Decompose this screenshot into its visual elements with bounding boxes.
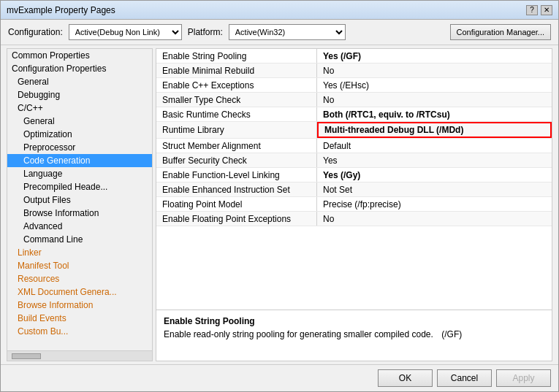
- ok-button[interactable]: OK: [378, 369, 433, 387]
- prop-value: No: [317, 64, 552, 77]
- main-panel: Enable String PoolingYes (/GF)Enable Min…: [156, 48, 552, 361]
- description-title: Enable String Pooling: [164, 316, 544, 326]
- table-row[interactable]: Floating Point ModelPrecise (/fp:precise…: [156, 197, 552, 212]
- prop-name: Buffer Security Check: [156, 153, 317, 167]
- close-button[interactable]: ✕: [541, 5, 552, 15]
- sidebar-item-browse-info2[interactable]: Browse Information: [7, 299, 152, 312]
- prop-value: No: [317, 93, 552, 107]
- prop-name: Floating Point Model: [156, 197, 317, 211]
- apply-button[interactable]: Apply: [496, 369, 551, 387]
- sidebar: Common PropertiesConfiguration Propertie…: [7, 49, 152, 350]
- prop-value: No: [317, 212, 552, 226]
- help-button[interactable]: ?: [526, 5, 538, 15]
- sidebar-item-optimization[interactable]: Optimization: [7, 128, 152, 141]
- sidebar-item-manifest-tool[interactable]: Manifest Tool: [7, 259, 152, 272]
- sidebar-item-output-files[interactable]: Output Files: [7, 193, 152, 207]
- cancel-button[interactable]: Cancel: [437, 369, 492, 387]
- prop-value: Yes (/GF): [317, 49, 552, 63]
- prop-name: Basic Runtime Checks: [156, 107, 317, 121]
- sidebar-item-build-events[interactable]: Build Events: [7, 312, 152, 325]
- bottom-buttons: OK Cancel Apply: [1, 364, 558, 391]
- prop-value: Multi-threaded Debug DLL (/MDd): [317, 122, 552, 138]
- sidebar-hscroll[interactable]: [7, 350, 152, 361]
- prop-value: Default: [317, 139, 552, 153]
- prop-name: Enable Minimal Rebuild: [156, 64, 317, 77]
- description-code: (/GF): [441, 329, 462, 339]
- sidebar-item-advanced[interactable]: Advanced: [7, 220, 152, 233]
- prop-value: Both (/RTC1, equiv. to /RTCsu): [317, 107, 552, 121]
- prop-value: Yes: [317, 153, 552, 167]
- platform-select[interactable]: Active(Win32): [229, 24, 346, 40]
- sidebar-item-browse-info[interactable]: Browse Information: [7, 207, 152, 220]
- sidebar-item-command-line[interactable]: Command Line: [7, 233, 152, 246]
- prop-name: Enable C++ Exceptions: [156, 78, 317, 92]
- description-text-content: Enable read-only string pooling for gene…: [164, 329, 433, 339]
- prop-value: Not Set: [317, 182, 552, 196]
- config-manager-button[interactable]: Configuration Manager...: [450, 24, 551, 40]
- title-text: mvExample Property Pages: [7, 5, 115, 15]
- config-label: Configuration:: [8, 27, 63, 37]
- prop-name: Enable Floating Point Exceptions: [156, 212, 317, 226]
- description-text: Enable read-only string pooling for gene…: [164, 329, 544, 339]
- sidebar-item-cpp-general[interactable]: General: [7, 115, 152, 128]
- sidebar-item-linker[interactable]: Linker: [7, 246, 152, 259]
- table-row[interactable]: Buffer Security CheckYes: [156, 153, 552, 168]
- table-row[interactable]: Enable C++ ExceptionsYes (/EHsc): [156, 78, 552, 93]
- title-buttons: ? ✕: [526, 5, 552, 15]
- prop-name: Enable String Pooling: [156, 49, 317, 63]
- sidebar-item-preprocessor[interactable]: Preprocessor: [7, 141, 152, 154]
- sidebar-wrapper: Common PropertiesConfiguration Propertie…: [7, 48, 153, 361]
- table-row[interactable]: Struct Member AlignmentDefault: [156, 139, 552, 153]
- toolbar: Configuration: Active(Debug Non Link) Pl…: [1, 20, 558, 45]
- config-select[interactable]: Active(Debug Non Link): [69, 24, 182, 40]
- prop-name: Enable Enhanced Instruction Set: [156, 182, 317, 196]
- sidebar-item-general[interactable]: General: [7, 75, 152, 88]
- table-row[interactable]: Enable Function-Level LinkingYes (/Gy): [156, 168, 552, 182]
- table-row[interactable]: Enable Floating Point ExceptionsNo: [156, 212, 552, 226]
- prop-name: Struct Member Alignment: [156, 139, 317, 153]
- content-area: Common PropertiesConfiguration Propertie…: [1, 45, 558, 364]
- table-row[interactable]: Runtime LibraryMulti-threaded Debug DLL …: [156, 122, 552, 139]
- platform-label: Platform:: [188, 27, 223, 37]
- table-row[interactable]: Enable Minimal RebuildNo: [156, 64, 552, 78]
- prop-name: Enable Function-Level Linking: [156, 168, 317, 182]
- title-bar: mvExample Property Pages ? ✕: [1, 1, 558, 20]
- prop-value: Precise (/fp:precise): [317, 197, 552, 211]
- sidebar-item-custom-build[interactable]: Custom Bu...: [7, 325, 152, 338]
- table-row[interactable]: Basic Runtime ChecksBoth (/RTC1, equiv. …: [156, 107, 552, 122]
- sidebar-item-precompiled[interactable]: Precompiled Heade...: [7, 180, 152, 193]
- sidebar-item-code-generation[interactable]: Code Generation: [7, 154, 152, 167]
- sidebar-item-config-props[interactable]: Configuration Properties: [7, 62, 152, 75]
- properties-table: Enable String PoolingYes (/GF)Enable Min…: [156, 49, 552, 310]
- table-row[interactable]: Smaller Type CheckNo: [156, 93, 552, 107]
- description-panel: Enable String Pooling Enable read-only s…: [156, 310, 552, 361]
- sidebar-item-debugging[interactable]: Debugging: [7, 88, 152, 101]
- sidebar-item-resources[interactable]: Resources: [7, 272, 152, 285]
- prop-value: Yes (/Gy): [317, 168, 552, 182]
- prop-name: Runtime Library: [156, 122, 317, 138]
- table-row[interactable]: Enable String PoolingYes (/GF): [156, 49, 552, 64]
- prop-name: Smaller Type Check: [156, 93, 317, 107]
- prop-value: Yes (/EHsc): [317, 78, 552, 92]
- table-row[interactable]: Enable Enhanced Instruction SetNot Set: [156, 182, 552, 197]
- sidebar-item-xml-doc[interactable]: XML Document Genera...: [7, 285, 152, 299]
- sidebar-item-language[interactable]: Language: [7, 167, 152, 180]
- sidebar-item-common-props[interactable]: Common Properties: [7, 49, 152, 62]
- dialog: mvExample Property Pages ? ✕ Configurati…: [0, 0, 559, 392]
- sidebar-item-cpp[interactable]: C/C++: [7, 101, 152, 115]
